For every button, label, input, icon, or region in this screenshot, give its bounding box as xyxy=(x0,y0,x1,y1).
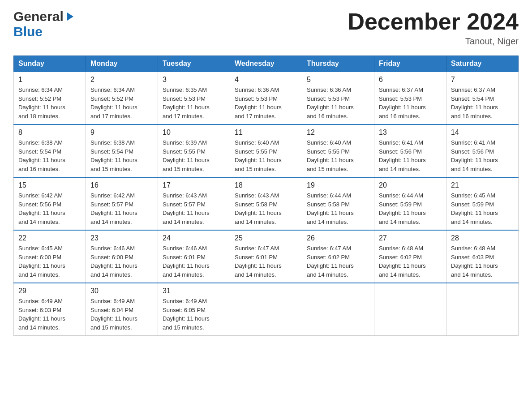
calendar-cell: 8 Sunrise: 6:38 AM Sunset: 5:54 PM Dayli… xyxy=(14,124,86,177)
day-info: Sunrise: 6:44 AM Sunset: 5:58 PM Dayligh… xyxy=(307,192,354,225)
day-number: 17 xyxy=(163,181,225,189)
calendar-cell: 2 Sunrise: 6:34 AM Sunset: 5:52 PM Dayli… xyxy=(86,72,158,124)
day-number: 13 xyxy=(379,128,442,137)
header-sunday: Sunday xyxy=(14,56,86,72)
day-number: 2 xyxy=(90,76,153,84)
day-number: 15 xyxy=(18,181,81,189)
day-info: Sunrise: 6:49 AM Sunset: 6:04 PM Dayligh… xyxy=(90,298,137,331)
day-number: 7 xyxy=(451,76,514,84)
day-info: Sunrise: 6:36 AM Sunset: 5:53 PM Dayligh… xyxy=(235,86,282,120)
day-info: Sunrise: 6:35 AM Sunset: 5:53 PM Dayligh… xyxy=(163,86,210,120)
day-info: Sunrise: 6:38 AM Sunset: 5:54 PM Dayligh… xyxy=(18,139,65,172)
calendar-cell: 7 Sunrise: 6:37 AM Sunset: 5:54 PM Dayli… xyxy=(446,72,519,124)
week-row-3: 15 Sunrise: 6:42 AM Sunset: 5:56 PM Dayl… xyxy=(14,177,519,230)
calendar-cell: 28 Sunrise: 6:48 AM Sunset: 6:03 PM Dayl… xyxy=(446,230,519,283)
calendar-table: SundayMondayTuesdayWednesdayThursdayFrid… xyxy=(13,56,519,336)
calendar-cell: 15 Sunrise: 6:42 AM Sunset: 5:56 PM Dayl… xyxy=(14,177,86,230)
day-number: 6 xyxy=(379,76,442,84)
calendar-cell xyxy=(374,283,446,336)
calendar-cell xyxy=(302,283,374,336)
day-number: 10 xyxy=(163,128,225,137)
day-info: Sunrise: 6:39 AM Sunset: 5:55 PM Dayligh… xyxy=(163,139,210,172)
calendar-cell: 12 Sunrise: 6:40 AM Sunset: 5:55 PM Dayl… xyxy=(302,124,374,177)
header-thursday: Thursday xyxy=(302,56,374,72)
day-number: 12 xyxy=(307,128,369,137)
day-info: Sunrise: 6:41 AM Sunset: 5:56 PM Dayligh… xyxy=(451,139,498,172)
calendar-cell: 30 Sunrise: 6:49 AM Sunset: 6:04 PM Dayl… xyxy=(86,283,158,336)
day-number: 31 xyxy=(163,287,225,295)
calendar-cell: 24 Sunrise: 6:46 AM Sunset: 6:01 PM Dayl… xyxy=(158,230,230,283)
header-tuesday: Tuesday xyxy=(158,56,230,72)
calendar-cell: 3 Sunrise: 6:35 AM Sunset: 5:53 PM Dayli… xyxy=(158,72,230,124)
day-info: Sunrise: 6:49 AM Sunset: 6:05 PM Dayligh… xyxy=(163,298,210,331)
day-number: 16 xyxy=(90,181,153,189)
calendar-cell: 6 Sunrise: 6:37 AM Sunset: 5:53 PM Dayli… xyxy=(374,72,446,124)
calendar-cell: 4 Sunrise: 6:36 AM Sunset: 5:53 PM Dayli… xyxy=(230,72,302,124)
logo-general-text: General xyxy=(13,9,64,24)
calendar-cell: 21 Sunrise: 6:45 AM Sunset: 5:59 PM Dayl… xyxy=(446,177,519,230)
header-wednesday: Wednesday xyxy=(230,56,302,72)
day-number: 26 xyxy=(307,234,369,242)
day-info: Sunrise: 6:49 AM Sunset: 6:03 PM Dayligh… xyxy=(18,298,65,331)
day-number: 14 xyxy=(451,128,514,137)
calendar-cell: 22 Sunrise: 6:45 AM Sunset: 6:00 PM Dayl… xyxy=(14,230,86,283)
day-info: Sunrise: 6:42 AM Sunset: 5:57 PM Dayligh… xyxy=(90,192,137,225)
day-info: Sunrise: 6:34 AM Sunset: 5:52 PM Dayligh… xyxy=(90,86,137,120)
day-info: Sunrise: 6:41 AM Sunset: 5:56 PM Dayligh… xyxy=(379,139,426,172)
day-number: 30 xyxy=(90,287,153,295)
day-info: Sunrise: 6:45 AM Sunset: 6:00 PM Dayligh… xyxy=(18,245,65,278)
day-info: Sunrise: 6:38 AM Sunset: 5:54 PM Dayligh… xyxy=(90,139,137,172)
header-row: SundayMondayTuesdayWednesdayThursdayFrid… xyxy=(14,56,519,72)
calendar-cell xyxy=(446,283,519,336)
week-row-5: 29 Sunrise: 6:49 AM Sunset: 6:03 PM Dayl… xyxy=(14,283,519,336)
day-number: 29 xyxy=(18,287,81,295)
day-number: 23 xyxy=(90,234,153,242)
calendar-title: December 2024 xyxy=(348,9,519,34)
calendar-cell: 11 Sunrise: 6:40 AM Sunset: 5:55 PM Dayl… xyxy=(230,124,302,177)
day-info: Sunrise: 6:46 AM Sunset: 6:00 PM Dayligh… xyxy=(90,245,137,278)
day-info: Sunrise: 6:48 AM Sunset: 6:02 PM Dayligh… xyxy=(379,245,426,278)
day-info: Sunrise: 6:47 AM Sunset: 6:01 PM Dayligh… xyxy=(235,245,282,278)
week-row-1: 1 Sunrise: 6:34 AM Sunset: 5:52 PM Dayli… xyxy=(14,72,519,124)
day-number: 19 xyxy=(307,181,369,189)
day-info: Sunrise: 6:43 AM Sunset: 5:58 PM Dayligh… xyxy=(235,192,282,225)
calendar-cell xyxy=(230,283,302,336)
calendar-cell: 31 Sunrise: 6:49 AM Sunset: 6:05 PM Dayl… xyxy=(158,283,230,336)
calendar-cell: 25 Sunrise: 6:47 AM Sunset: 6:01 PM Dayl… xyxy=(230,230,302,283)
header-friday: Friday xyxy=(374,56,446,72)
day-info: Sunrise: 6:48 AM Sunset: 6:03 PM Dayligh… xyxy=(451,245,498,278)
day-info: Sunrise: 6:34 AM Sunset: 5:52 PM Dayligh… xyxy=(18,86,65,120)
day-info: Sunrise: 6:40 AM Sunset: 5:55 PM Dayligh… xyxy=(307,139,354,172)
day-number: 5 xyxy=(307,76,369,84)
day-number: 28 xyxy=(451,234,514,242)
day-number: 8 xyxy=(18,128,81,137)
week-row-4: 22 Sunrise: 6:45 AM Sunset: 6:00 PM Dayl… xyxy=(14,230,519,283)
day-info: Sunrise: 6:45 AM Sunset: 5:59 PM Dayligh… xyxy=(451,192,498,225)
calendar-cell: 9 Sunrise: 6:38 AM Sunset: 5:54 PM Dayli… xyxy=(86,124,158,177)
day-info: Sunrise: 6:47 AM Sunset: 6:02 PM Dayligh… xyxy=(307,245,354,278)
day-number: 3 xyxy=(163,76,225,84)
calendar-cell: 20 Sunrise: 6:44 AM Sunset: 5:59 PM Dayl… xyxy=(374,177,446,230)
day-number: 1 xyxy=(18,76,81,84)
day-info: Sunrise: 6:46 AM Sunset: 6:01 PM Dayligh… xyxy=(163,245,210,278)
day-info: Sunrise: 6:36 AM Sunset: 5:53 PM Dayligh… xyxy=(307,86,354,120)
day-info: Sunrise: 6:40 AM Sunset: 5:55 PM Dayligh… xyxy=(235,139,282,172)
day-number: 21 xyxy=(451,181,514,189)
logo-blue-text: Blue xyxy=(13,24,43,39)
day-number: 11 xyxy=(235,128,297,137)
week-row-2: 8 Sunrise: 6:38 AM Sunset: 5:54 PM Dayli… xyxy=(14,124,519,177)
day-number: 24 xyxy=(163,234,225,242)
day-number: 18 xyxy=(235,181,297,189)
day-number: 22 xyxy=(18,234,81,242)
header-monday: Monday xyxy=(86,56,158,72)
header-saturday: Saturday xyxy=(446,56,519,72)
calendar-cell: 5 Sunrise: 6:36 AM Sunset: 5:53 PM Dayli… xyxy=(302,72,374,124)
calendar-cell: 23 Sunrise: 6:46 AM Sunset: 6:00 PM Dayl… xyxy=(86,230,158,283)
day-info: Sunrise: 6:42 AM Sunset: 5:56 PM Dayligh… xyxy=(18,192,65,225)
calendar-cell: 19 Sunrise: 6:44 AM Sunset: 5:58 PM Dayl… xyxy=(302,177,374,230)
day-info: Sunrise: 6:37 AM Sunset: 5:54 PM Dayligh… xyxy=(451,86,498,120)
day-info: Sunrise: 6:37 AM Sunset: 5:53 PM Dayligh… xyxy=(379,86,426,120)
calendar-cell: 29 Sunrise: 6:49 AM Sunset: 6:03 PM Dayl… xyxy=(14,283,86,336)
calendar-cell: 10 Sunrise: 6:39 AM Sunset: 5:55 PM Dayl… xyxy=(158,124,230,177)
calendar-cell: 1 Sunrise: 6:34 AM Sunset: 5:52 PM Dayli… xyxy=(14,72,86,124)
